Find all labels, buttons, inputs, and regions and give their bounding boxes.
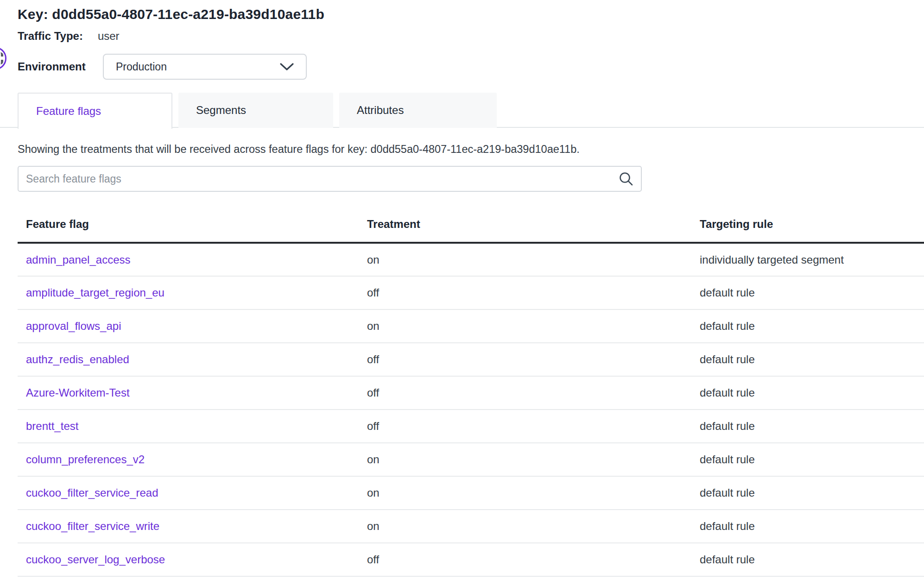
treatment-value: off	[367, 410, 700, 443]
tab-segments-label: Segments	[196, 104, 246, 117]
targeting-rule-value: default rule	[700, 376, 924, 410]
chevron-down-icon	[279, 62, 295, 71]
traffic-type-label: Traffic Type:	[18, 30, 83, 43]
feature-flag-link[interactable]: amplitude_target_region_eu	[26, 286, 165, 299]
feature-flag-link[interactable]: cuckoo_server_log_verbose	[26, 553, 165, 566]
traffic-type-row: Traffic Type: user	[18, 30, 924, 43]
table-row: column_preferences_v2 on default rule	[18, 443, 924, 476]
targeting-rule-value: default rule	[700, 276, 924, 309]
feature-flag-link[interactable]: approval_flows_api	[26, 320, 121, 332]
column-header-targeting-rule: Targeting rule	[700, 208, 924, 243]
table-row: cuckoo_filter_service_write on default r…	[18, 510, 924, 543]
table-row: admin_panel_access on individually targe…	[18, 243, 924, 276]
tab-feature-flags[interactable]: Feature flags	[18, 93, 172, 129]
feature-flag-link[interactable]: brentt_test	[26, 420, 78, 432]
feature-flag-link[interactable]: authz_redis_enabled	[26, 353, 129, 366]
treatment-value: on	[367, 309, 700, 343]
feature-flag-link[interactable]: admin_panel_access	[26, 253, 130, 266]
key-detail-page: Key: d0dd55a0-4807-11ec-a219-ba39d10ae11…	[0, 0, 924, 580]
table-row: Azure-Workitem-Test off default rule	[18, 376, 924, 410]
treatment-value: on	[367, 510, 700, 543]
table-row: approval_flows_api on default rule	[18, 309, 924, 343]
targeting-rule-value: individually targeted segment	[700, 243, 924, 276]
column-header-treatment: Treatment	[367, 208, 700, 243]
targeting-rule-value: default rule	[700, 309, 924, 343]
environment-select[interactable]: Production	[103, 54, 307, 80]
environment-selected-value: Production	[116, 61, 279, 73]
targeting-rule-value: default rule	[700, 476, 924, 510]
targeting-rule-value: default rule	[700, 510, 924, 543]
treatment-value: on	[367, 476, 700, 510]
targeting-rule-value: default rule	[700, 343, 924, 376]
feature-flag-link[interactable]: Azure-Workitem-Test	[26, 386, 130, 399]
search-input[interactable]	[18, 166, 642, 192]
table-row: brentt_test off default rule	[18, 410, 924, 443]
feature-flag-link[interactable]: cuckoo_filter_service_write	[26, 520, 159, 532]
table-header-row: Feature flag Treatment Targeting rule	[18, 208, 924, 243]
treatment-value: on	[367, 443, 700, 476]
tab-attributes[interactable]: Attributes	[339, 93, 497, 128]
treatment-value: off	[367, 343, 700, 376]
targeting-rule-value: default rule	[700, 443, 924, 476]
tab-attributes-label: Attributes	[357, 104, 404, 117]
tab-feature-flags-label: Feature flags	[36, 105, 101, 118]
feature-flag-link[interactable]: column_preferences_v2	[26, 453, 145, 466]
traffic-type-value: user	[98, 30, 120, 43]
table-row: authz_redis_enabled off default rule	[18, 343, 924, 376]
tab-segments[interactable]: Segments	[178, 93, 333, 128]
environment-label: Environment	[18, 60, 95, 73]
treatment-value: on	[367, 243, 700, 276]
column-header-feature-flag: Feature flag	[18, 208, 367, 243]
targeting-rule-value: default rule	[700, 543, 924, 576]
table-row: cuckoo_server_log_verbose off default ru…	[18, 543, 924, 576]
search-container	[18, 166, 642, 192]
edge-help-widget-icon[interactable]	[0, 47, 6, 70]
tab-bar: Feature flags Segments Attributes	[0, 93, 924, 128]
environment-row: Environment Production	[18, 54, 924, 80]
table-row: cuckoo_filter_service_read on default ru…	[18, 476, 924, 510]
page-title: Key: d0dd55a0-4807-11ec-a219-ba39d10ae11…	[18, 6, 924, 22]
feature-flag-link[interactable]: cuckoo_filter_service_read	[26, 486, 158, 499]
treatment-value: off	[367, 543, 700, 576]
edge-help-widget-glyph	[0, 52, 3, 64]
table-row: amplitude_target_region_eu off default r…	[18, 276, 924, 309]
treatment-value: off	[367, 276, 700, 309]
treatments-description: Showing the treatments that will be rece…	[18, 143, 924, 156]
treatment-value: off	[367, 376, 700, 410]
feature-flags-table: Feature flag Treatment Targeting rule ad…	[18, 208, 924, 577]
targeting-rule-value: default rule	[700, 410, 924, 443]
